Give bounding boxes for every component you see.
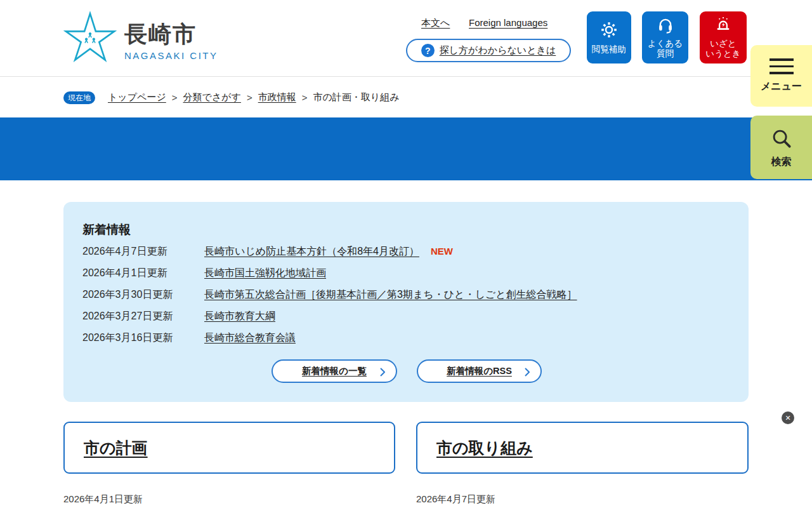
search-icon: [769, 126, 794, 153]
news-date: 2026年3月27日更新: [82, 310, 204, 323]
news-heading: 新着情報: [82, 222, 131, 238]
news-date: 2026年3月30日更新: [82, 288, 204, 302]
news-item: 2026年3月30日更新 長崎市第五次総合計画［後期基本計画／第3期まち・ひと・…: [82, 288, 577, 302]
breadcrumb: トップページ > 分類でさがす > 市政情報 > 市の計画・取り組み: [108, 91, 400, 104]
chevron-right-icon: [525, 368, 530, 379]
breadcrumb-separator: >: [172, 92, 178, 103]
menu-button[interactable]: メニュー: [750, 45, 812, 107]
news-link[interactable]: 長崎市国土強靱化地域計画: [204, 267, 326, 280]
city-plans-updated-date: 2026年4月1日更新: [63, 493, 143, 505]
news-link[interactable]: 長崎市いじめ防止基本方針（令和8年4月改訂）: [204, 245, 419, 258]
news-rss-button-label: 新着情報のRSS: [447, 365, 512, 377]
breadcrumb-separator: >: [247, 92, 252, 103]
header-divider: [0, 76, 812, 77]
search-label: 検索: [771, 156, 792, 169]
breadcrumb-link-city-info[interactable]: 市政情報: [258, 91, 296, 104]
foreign-languages-link[interactable]: Foreign languages: [469, 17, 547, 28]
chevron-right-icon: [380, 368, 385, 379]
city-plans-card-title[interactable]: 市の計画: [84, 438, 148, 458]
news-link[interactable]: 長崎市第五次総合計画［後期基本計画／第3期まち・ひと・しごと創生総合戦略］: [204, 288, 577, 302]
news-date: 2026年4月1日更新: [82, 267, 204, 280]
city-plans-card[interactable]: 市の計画: [63, 422, 395, 474]
page-title-banner: 市の計画・取り組み: [0, 117, 812, 180]
news-link[interactable]: 長崎市総合教育会議: [204, 331, 296, 345]
hamburger-icon: [769, 58, 794, 74]
site-header: 長崎市 NAGASAKI CITY 本文へ Foreign languages …: [0, 0, 812, 77]
current-location-badge: 現在地: [63, 91, 95, 104]
news-item: 2026年4月7日更新 長崎市いじめ防止基本方針（令和8年4月改訂） NEW: [82, 245, 453, 258]
skip-to-content-link[interactable]: 本文へ: [421, 17, 450, 29]
news-rss-button[interactable]: 新着情報のRSS: [417, 359, 542, 383]
search-button[interactable]: 検索: [750, 116, 812, 179]
city-name: 長崎市: [124, 22, 218, 47]
search-help-button[interactable]: ? 探し方がわからないときは: [406, 39, 571, 62]
gear-icon: [599, 20, 619, 42]
site-logo[interactable]: 長崎市 NAGASAKI CITY: [63, 9, 218, 70]
news-panel: 新着情報 2026年4月7日更新 長崎市いじめ防止基本方針（令和8年4月改訂） …: [63, 202, 749, 402]
siren-icon: [714, 16, 732, 36]
city-initiatives-card-title[interactable]: 市の取り組み: [436, 438, 533, 458]
news-item: 2026年3月16日更新 長崎市総合教育会議: [82, 331, 296, 345]
close-icon[interactable]: ✕: [782, 411, 794, 424]
emergency-label: いざと いうとき: [705, 39, 740, 59]
news-item: 2026年4月1日更新 長崎市国土強靱化地域計画: [82, 267, 326, 280]
faq-button[interactable]: よくある 質問: [642, 11, 688, 64]
search-help-label: 探し方がわからないときは: [440, 44, 556, 57]
city-name-en: NAGASAKI CITY: [124, 50, 218, 61]
breadcrumb-link-home[interactable]: トップページ: [108, 91, 166, 104]
city-star-icon: [63, 9, 117, 70]
menu-label: メニュー: [761, 80, 802, 93]
breadcrumb-current-page: 市の計画・取り組み: [313, 91, 399, 104]
breadcrumb-link-category[interactable]: 分類でさがす: [183, 91, 241, 104]
news-item: 2026年3月27日更新 長崎市教育大綱: [82, 310, 275, 323]
new-badge: NEW: [431, 246, 453, 257]
news-link[interactable]: 長崎市教育大綱: [204, 310, 275, 323]
news-list-button-label: 新着情報の一覧: [302, 365, 367, 377]
news-date: 2026年3月16日更新: [82, 331, 204, 345]
news-date: 2026年4月7日更新: [82, 245, 204, 258]
assist-label: 閲覧補助: [592, 44, 626, 55]
headset-icon: [657, 16, 674, 36]
news-list-button[interactable]: 新着情報の一覧: [272, 359, 397, 383]
question-icon: ?: [421, 44, 435, 57]
accessibility-assist-button[interactable]: 閲覧補助: [587, 11, 631, 64]
city-initiatives-card[interactable]: 市の取り組み: [416, 422, 749, 474]
city-initiatives-updated-date: 2026年4月7日更新: [416, 493, 495, 505]
emergency-button[interactable]: いざと いうとき: [700, 11, 747, 64]
faq-label: よくある 質問: [648, 39, 683, 59]
breadcrumb-separator: >: [302, 92, 308, 103]
